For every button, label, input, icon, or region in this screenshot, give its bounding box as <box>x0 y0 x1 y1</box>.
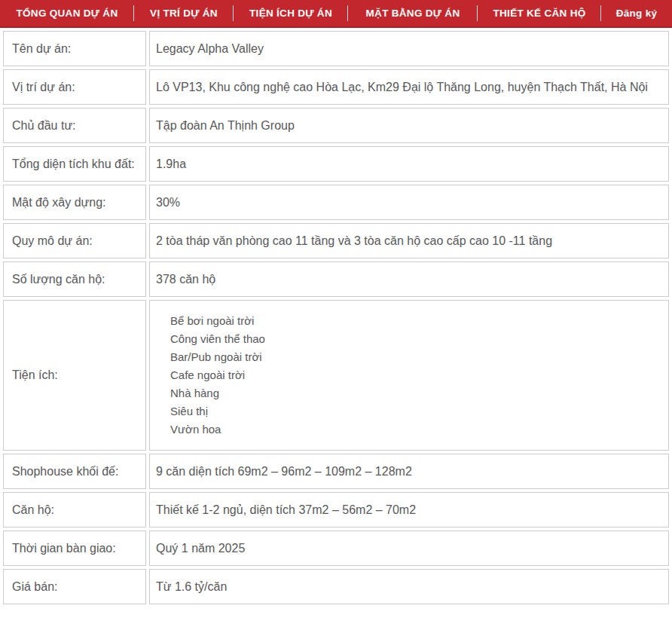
row-value: Lô VP13, Khu công nghệ cao Hòa Lạc, Km29… <box>149 69 669 105</box>
amenity-item: Bar/Pub ngoài trời <box>170 348 656 366</box>
row-value: Bể bơi ngoài trờiCông viên thể thaoBar/P… <box>149 300 669 451</box>
table-row: Chủ đầu tư:Tập đoàn An Thịnh Group <box>3 108 669 143</box>
row-value: 9 căn diện tích 69m2 – 96m2 – 109m2 – 12… <box>149 454 669 489</box>
row-label: Shophouse khối đế: <box>3 454 146 489</box>
nav-tab-mat-bang-du-an[interactable]: MẶT BẰNG DỰ ÁN <box>348 0 478 26</box>
row-value: 1.9ha <box>149 146 669 182</box>
nav-tab-dang-ky[interactable]: Đăng ký <box>601 0 672 26</box>
row-label: Giá bán: <box>3 569 146 604</box>
table-row: Thời gian bàn giao:Quý 1 năm 2025 <box>3 530 669 566</box>
row-label: Căn hộ: <box>3 492 146 527</box>
row-value: Tập đoàn An Thịnh Group <box>149 108 669 143</box>
row-label: Tổng diện tích khu đất: <box>3 146 146 182</box>
table-row: Quy mô dự án:2 tòa tháp văn phòng cao 11… <box>3 223 669 258</box>
row-value: 30% <box>149 185 669 220</box>
row-label: Quy mô dự án: <box>3 223 146 258</box>
table-row: Tên dự án:Legacy Alpha Valley <box>3 31 669 66</box>
row-label: Thời gian bàn giao: <box>3 530 146 566</box>
table-row: Giá bán:Từ 1.6 tỷ/căn <box>3 569 669 604</box>
table-row: Tiện ích:Bể bơi ngoài trờiCông viên thể … <box>3 300 669 451</box>
row-label: Vị trí dự án: <box>3 69 146 105</box>
table-row: Mật độ xây dựng:30% <box>3 185 669 220</box>
table-row: Vị trí dự án:Lô VP13, Khu công nghệ cao … <box>3 69 669 105</box>
row-value: Legacy Alpha Valley <box>149 31 669 66</box>
table-row: Số lượng căn hộ:378 căn hộ <box>3 261 669 297</box>
row-value: Từ 1.6 tỷ/căn <box>149 569 669 604</box>
table-row: Shophouse khối đế:9 căn diện tích 69m2 –… <box>3 454 669 489</box>
row-label: Mật độ xây dựng: <box>3 185 146 220</box>
row-value: Thiết kế 1-2 ngủ, diện tích 37m2 – 56m2 … <box>149 492 669 527</box>
amenity-item: Siêu thị <box>170 402 656 420</box>
amenity-item: Công viên thể thao <box>170 330 656 348</box>
project-info-table: Tên dự án:Legacy Alpha ValleyVị trí dự á… <box>0 28 672 607</box>
row-label: Chủ đầu tư: <box>3 108 146 143</box>
row-label: Tên dự án: <box>3 31 146 66</box>
table-row: Căn hộ:Thiết kế 1-2 ngủ, diện tích 37m2 … <box>3 492 669 527</box>
table-row: Tổng diện tích khu đất:1.9ha <box>3 146 669 182</box>
row-value: Quý 1 năm 2025 <box>149 530 669 566</box>
row-value: 378 căn hộ <box>149 261 669 297</box>
row-label: Số lượng căn hộ: <box>3 261 146 297</box>
nav-tab-vi-tri-du-an[interactable]: VỊ TRÍ DỰ ÁN <box>134 0 234 26</box>
nav-tab-thiet-ke-can-ho[interactable]: THIẾT KẾ CĂN HỘ <box>478 0 601 26</box>
row-value: 2 tòa tháp văn phòng cao 11 tầng và 3 tò… <box>149 223 669 258</box>
amenity-item: Nhà hàng <box>170 384 656 402</box>
nav-tab-tong-quan-du-an[interactable]: TỔNG QUAN DỰ ÁN <box>0 0 134 26</box>
amenity-item: Bể bơi ngoài trời <box>170 312 656 330</box>
row-label: Tiện ích: <box>3 300 146 451</box>
amenity-item: Cafe ngoài trời <box>170 366 656 384</box>
project-nav: TỔNG QUAN DỰ ÁNVỊ TRÍ DỰ ÁNTIỆN ÍCH DỰ Á… <box>0 0 672 28</box>
amenities-list: Bể bơi ngoài trờiCông viên thể thaoBar/P… <box>156 312 656 439</box>
nav-tab-tien-ich-du-an[interactable]: TIỆN ÍCH DỰ ÁN <box>234 0 348 26</box>
project-info-table-body: Tên dự án:Legacy Alpha ValleyVị trí dự á… <box>3 31 669 604</box>
amenity-item: Vườn hoa <box>170 420 656 439</box>
